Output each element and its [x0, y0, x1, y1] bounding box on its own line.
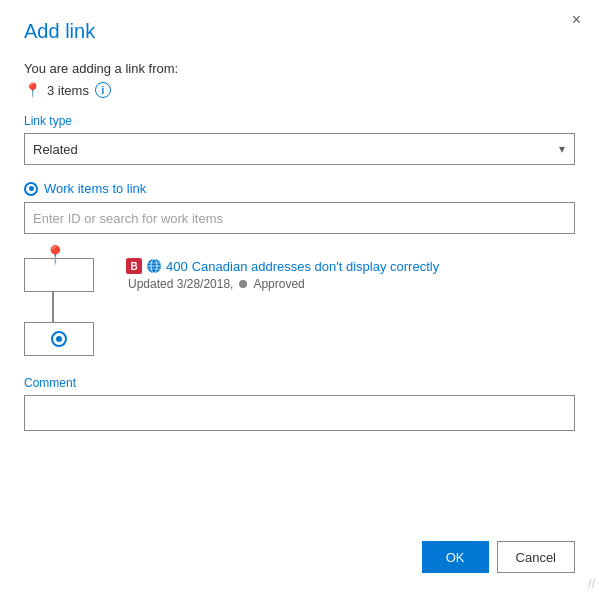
tree-connector [52, 292, 54, 322]
tree-diagram: 📍 [24, 258, 114, 356]
approved-dot [239, 280, 247, 288]
comment-label: Comment [24, 376, 575, 390]
cancel-button[interactable]: Cancel [497, 541, 575, 573]
globe-icon [146, 258, 162, 274]
work-items-label-text: Work items to link [44, 181, 146, 196]
items-count: 3 items [47, 83, 89, 98]
tree-pin-icon: 📍 [44, 244, 66, 266]
link-type-wrapper: Related Child Parent Duplicate Duplicate… [24, 133, 575, 165]
search-input[interactable] [24, 202, 575, 234]
link-type-label: Link type [24, 114, 575, 128]
work-items-label: Work items to link [24, 181, 575, 196]
svg-text:B: B [130, 261, 137, 272]
tree-area: 📍 B [24, 254, 575, 360]
result-title: Canadian addresses don't display correct… [192, 259, 439, 274]
result-item: B 400 Canadian addresses don't display c… [126, 258, 575, 291]
ok-button[interactable]: OK [422, 541, 489, 573]
work-items-section: Work items to link [24, 181, 575, 244]
info-icon[interactable]: i [95, 82, 111, 98]
target-icon [24, 182, 38, 196]
result-status: Approved [253, 277, 304, 291]
tree-parent-node: 📍 [24, 258, 94, 292]
close-button[interactable]: × [568, 10, 585, 30]
pin-icon: 📍 [24, 82, 41, 98]
items-row: 📍 3 items i [24, 82, 575, 98]
tree-child-box [24, 322, 94, 356]
resize-handle: // [588, 577, 595, 591]
result-updated: Updated 3/28/2018, [128, 277, 233, 291]
child-target-icon [51, 331, 67, 347]
add-link-dialog: × Add link You are adding a link from: 📍… [0, 0, 599, 593]
comment-section: Comment [24, 376, 575, 431]
result-id: 400 [166, 259, 188, 274]
result-title-row: B 400 Canadian addresses don't display c… [126, 258, 575, 274]
comment-input[interactable] [24, 395, 575, 431]
adding-from-label: You are adding a link from: [24, 61, 575, 76]
result-meta: Updated 3/28/2018, Approved [128, 277, 575, 291]
footer: OK Cancel [422, 541, 575, 573]
tree-child-node [24, 322, 94, 356]
dialog-title: Add link [24, 20, 575, 43]
bug-icon: B [126, 258, 142, 274]
link-type-select[interactable]: Related Child Parent Duplicate Duplicate… [24, 133, 575, 165]
